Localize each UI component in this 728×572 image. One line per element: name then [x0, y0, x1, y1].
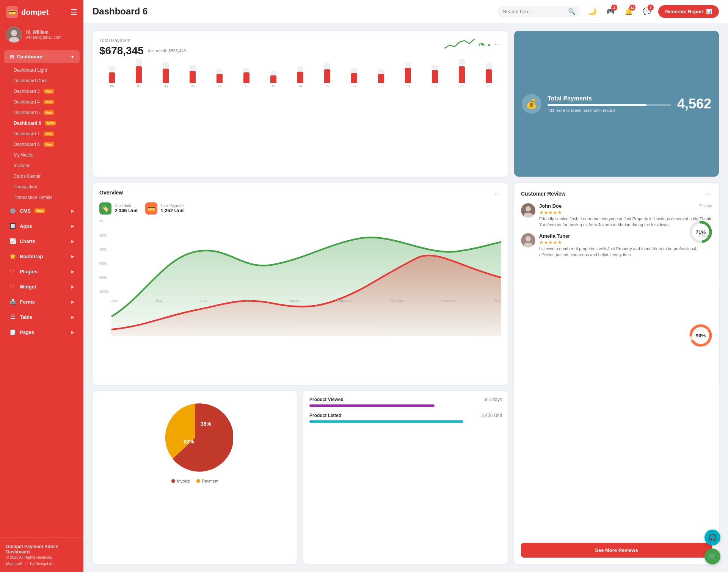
bar-background: [270, 71, 276, 83]
bar-label: 13: [271, 84, 275, 88]
bar-label: 15: [325, 84, 329, 88]
notification-badge: 12: [629, 5, 635, 11]
payment-legend-label: Payment: [202, 479, 218, 483]
bar-background: [432, 65, 438, 83]
bar-group: 11: [207, 69, 232, 88]
donut-pct-product: 71%: [696, 229, 706, 235]
overview-stats: 🏷️ Total Sale 2,346 Unit 💳 Total Payment…: [99, 202, 501, 215]
sidebar-item-dashboard-7[interactable]: Dashboard 7New: [0, 129, 83, 139]
games-badge: 2: [611, 5, 617, 11]
total-payment-title: Total Payment: [99, 38, 186, 43]
chevron-right-icon: ▶: [71, 330, 74, 334]
logo-text: dompet: [21, 8, 49, 17]
bar-label: 19: [433, 84, 437, 88]
banner-sub: 431 more to break last month record: [548, 108, 671, 113]
generate-report-button[interactable]: Generate Report 📊: [658, 5, 719, 18]
sidebar-item-bootstrap[interactable]: ⭐ Bootstrap ▶: [3, 249, 80, 263]
sidebar-item-charts[interactable]: 📈 Charts ▶: [3, 234, 80, 248]
logo[interactable]: 💳 dompet: [6, 6, 49, 18]
sidebar-item-dashboard-dark[interactable]: Dashboard Dark: [0, 75, 83, 86]
more-options-button[interactable]: ⋯: [494, 40, 501, 49]
bar-fill: [297, 72, 303, 83]
total-sale-stat: 🏷️ Total Sale 2,346 Unit: [99, 202, 138, 215]
payment-icon: 💳: [145, 202, 157, 215]
payment-dot: [196, 479, 200, 483]
search-input[interactable]: [503, 9, 566, 14]
avatar: [6, 27, 22, 42]
generate-report-label: Generate Report: [665, 9, 704, 14]
bar-fill: [405, 68, 411, 83]
sidebar-item-table[interactable]: ☰ Table ▶: [3, 310, 80, 324]
new-badge: New: [44, 89, 55, 94]
sidebar-item-dashboard-4[interactable]: Dashboard 4New: [0, 97, 83, 107]
bar-fill: [217, 74, 223, 83]
sidebar-item-cards-center[interactable]: Cards Center: [0, 171, 83, 182]
menu-items: ⚙️ CMS New ▶ 🔲 Apps ▶ 📈 Charts ▶ ⭐ Boots…: [0, 204, 83, 339]
theme-toggle-button[interactable]: 🌙: [585, 5, 599, 18]
sidebar-item-dashboard-5[interactable]: Dashboard 5New: [0, 107, 83, 118]
sidebar-item-transaction-details[interactable]: Transaction Details: [0, 192, 83, 203]
star-icon: ★: [544, 240, 548, 245]
review-more-button[interactable]: ⋯: [705, 190, 712, 198]
messages-button[interactable]: 💬 5: [640, 5, 654, 18]
see-more-reviews-button[interactable]: See More Reviews: [521, 543, 712, 558]
svg-point-1: [11, 30, 17, 36]
sidebar-item-dashboard[interactable]: ⊞ Dashboard ▾: [4, 50, 80, 63]
invoice-dot: [171, 479, 175, 483]
bar-group: 13: [261, 71, 286, 88]
star-icon: ★: [544, 210, 548, 215]
review-content: John Doe 5m ago ★★★★★ Friendly service J…: [539, 203, 712, 228]
footer-copy: © 2023 All Rights Reserved: [6, 555, 77, 559]
sidebar-item-plugins[interactable]: ❤️ Plugins ▶: [3, 264, 80, 279]
chevron-down-icon: ▾: [71, 54, 74, 60]
sidebar-item-forms[interactable]: 🖨️ Forms ▶: [3, 295, 80, 309]
bar-label: 06: [110, 84, 114, 88]
menu-label: Charts: [20, 238, 35, 244]
sidebar-footer: Dompet Payment Admin Dashboard © 2023 Al…: [0, 538, 83, 572]
reviewer-avatar: [521, 203, 535, 218]
sidebar-item-transaction[interactable]: Transaction: [0, 182, 83, 192]
menu-label: Apps: [20, 223, 32, 229]
bar-group: 14: [288, 66, 313, 88]
legend-invoice: Invoice: [171, 479, 190, 483]
bar-group: 18: [395, 62, 420, 88]
bar-label: 17: [379, 84, 383, 88]
menu-label: Plugins: [20, 269, 38, 274]
review-content: Amelia Tuner 10h ago ★★★★★ I viewed a nu…: [539, 233, 712, 258]
banner-title: Total Payments: [548, 95, 671, 102]
bar-group: 08: [153, 62, 179, 88]
stars-rating: ★★★★★: [539, 240, 712, 245]
menu-label: Forms: [20, 299, 35, 305]
overview-more-button[interactable]: ⋯: [494, 190, 501, 198]
sidebar-item-dashboard-6[interactable]: Dashboard 6New: [0, 118, 83, 129]
dashboard-label: Dashboard: [17, 54, 43, 60]
sidebar-item-invoices[interactable]: Invoices: [0, 160, 83, 171]
hamburger-button[interactable]: ☰: [71, 8, 77, 17]
widget-icon: ❤️: [9, 283, 16, 290]
cart-float-button[interactable]: 🛒: [704, 548, 720, 564]
new-badge: New: [44, 100, 55, 104]
charts-icon: 📈: [9, 238, 16, 244]
notification-button[interactable]: 🔔 12: [622, 5, 635, 18]
sidebar-item-dashboard-3[interactable]: Dashboard 3New: [0, 86, 83, 97]
sidebar-item-my-wallet[interactable]: My Wallet: [0, 150, 83, 160]
review-item: Amelia Tuner 10h ago ★★★★★ I viewed a nu…: [521, 233, 712, 258]
sidebar-item-dashboard-8[interactable]: Dashboard 8New: [0, 139, 83, 150]
user-info: Hi, William william@gmail.com: [26, 30, 61, 39]
bar-group: 09: [180, 65, 206, 88]
area-chart-svg: [111, 219, 501, 336]
stars-rating: ★★★★★: [539, 210, 712, 215]
support-float-button[interactable]: 🎧: [704, 530, 720, 545]
sidebar-item-widget[interactable]: ❤️ Widget ▶: [3, 279, 80, 294]
sidebar-item-dashboard-light[interactable]: Dashboard Light: [0, 65, 83, 75]
footer-title: Dompet Payment Admin Dashboard: [6, 544, 77, 555]
user-greeting: Hi, William: [26, 30, 61, 35]
bar-group: 07: [126, 59, 152, 88]
sidebar-item-cms[interactable]: ⚙️ CMS New ▶: [3, 204, 80, 218]
psi-bar: [309, 420, 463, 423]
sidebar-item-pages[interactable]: 🗒️ Pages ▶: [3, 325, 80, 339]
reviewer-avatar: [521, 233, 535, 248]
sidebar-item-apps[interactable]: 🔲 Apps ▶: [3, 219, 80, 233]
main-content: Dashboard 6 🔍 🌙 🎮 2 🔔 12 💬 5 Generate Re…: [83, 0, 728, 572]
games-notification-button[interactable]: 🎮 2: [604, 5, 617, 18]
